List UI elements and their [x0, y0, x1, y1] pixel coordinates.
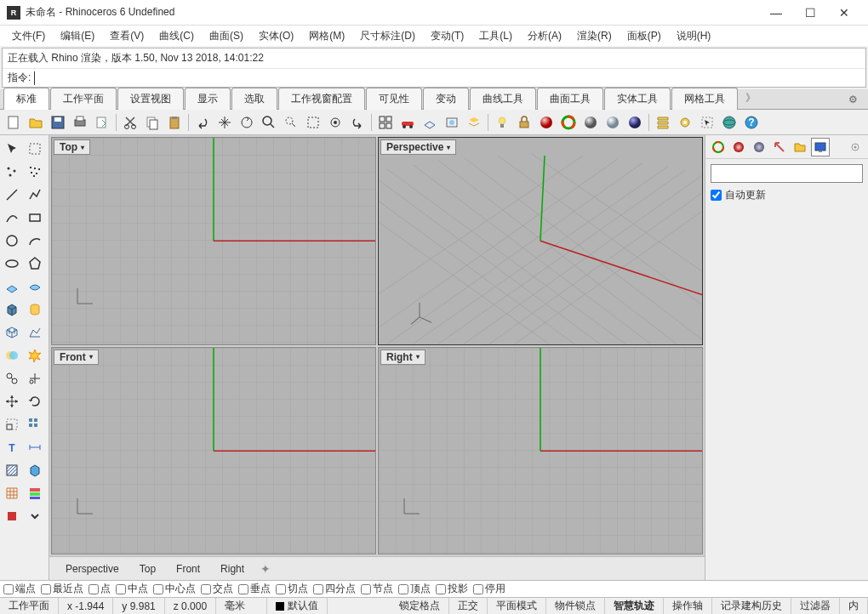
status-planar[interactable]: 平面模式	[488, 598, 546, 614]
menu-curve[interactable]: 曲线(C)	[152, 26, 201, 46]
viewport-right-label[interactable]: Right▾	[380, 350, 425, 365]
close-button[interactable]: ✕	[827, 1, 861, 25]
status-gumball[interactable]: 操作轴	[664, 598, 712, 614]
osnap-mid[interactable]: 中点	[116, 582, 148, 596]
tab-solidtools[interactable]: 实体工具	[604, 88, 671, 110]
render-sphere-blue-icon[interactable]	[625, 112, 645, 133]
osnap-center[interactable]: 中心点	[153, 582, 196, 596]
viewport-front-label[interactable]: Front▾	[54, 350, 99, 365]
menu-file[interactable]: 文件(F)	[5, 26, 52, 46]
hatch-icon[interactable]	[2, 460, 22, 480]
menu-panel[interactable]: 面板(P)	[620, 26, 668, 46]
status-filter[interactable]: 过滤器	[791, 598, 840, 614]
rotate-tool-icon[interactable]	[25, 391, 45, 412]
print-icon[interactable]	[70, 112, 90, 133]
viewport-front[interactable]: Front▾	[51, 347, 376, 555]
tab-display[interactable]: 显示	[185, 88, 231, 110]
rotate-icon[interactable]	[237, 112, 257, 133]
vptab-add-button[interactable]: ✦	[255, 560, 276, 578]
save-icon[interactable]	[48, 112, 68, 133]
rp-tab-environment-icon[interactable]	[750, 138, 768, 156]
tab-curvetools[interactable]: 曲线工具	[470, 88, 536, 110]
cut-icon[interactable]	[120, 112, 140, 133]
status-history[interactable]: 记录建构历史	[712, 598, 791, 614]
vptab-right[interactable]: Right	[211, 560, 254, 578]
menu-edit[interactable]: 编辑(E)	[54, 26, 101, 46]
stop-icon[interactable]	[2, 506, 22, 526]
cylinder-icon[interactable]	[25, 299, 45, 320]
rp-tab-display-icon[interactable]	[811, 138, 830, 156]
render-sphere-grey-icon[interactable]	[580, 112, 601, 133]
box-icon[interactable]	[2, 299, 22, 320]
rp-tab-material-icon[interactable]	[729, 138, 748, 156]
mesh-icon[interactable]	[2, 322, 22, 343]
cplane-icon[interactable]	[420, 112, 440, 133]
paste-icon[interactable]	[164, 112, 185, 133]
menu-render[interactable]: 渲染(R)	[570, 26, 619, 46]
block-icon[interactable]	[25, 460, 45, 480]
undo-icon[interactable]	[192, 112, 213, 133]
pointer-icon[interactable]	[2, 139, 22, 159]
render-sphere-red-icon[interactable]	[536, 112, 557, 133]
tabs-overflow[interactable]: 》	[739, 88, 762, 109]
osnap-tan[interactable]: 切点	[276, 582, 308, 596]
circle-icon[interactable]	[2, 230, 22, 251]
menu-solid[interactable]: 实体(O)	[252, 26, 300, 46]
layer-tool-icon[interactable]	[25, 483, 45, 503]
rp-tab-gear-icon[interactable]	[846, 138, 865, 156]
tab-transform[interactable]: 变动	[423, 88, 469, 110]
status-units[interactable]: 毫米	[216, 598, 267, 614]
select-icon[interactable]	[697, 112, 717, 133]
tab-select[interactable]: 选取	[231, 88, 277, 110]
ellipse-icon[interactable]	[2, 253, 22, 274]
join-icon[interactable]	[2, 368, 22, 389]
maximize-button[interactable]: ☐	[793, 1, 827, 25]
dimension-icon[interactable]	[25, 437, 45, 458]
menu-analyze[interactable]: 分析(A)	[521, 26, 568, 46]
status-osnap[interactable]: 物件锁点	[546, 598, 605, 614]
vptab-top[interactable]: Top	[130, 560, 165, 578]
light-icon[interactable]	[492, 112, 512, 133]
explode-icon[interactable]	[25, 345, 45, 366]
viewport-perspective-label[interactable]: Perspective▾	[380, 139, 456, 155]
menu-surface[interactable]: 曲面(S)	[203, 26, 250, 46]
options-gear-icon[interactable]	[675, 112, 695, 133]
auto-update-checkbox[interactable]: 自动更新	[711, 188, 863, 202]
status-ortho[interactable]: 正交	[449, 598, 488, 614]
auto-update-input[interactable]	[711, 190, 722, 201]
tab-surfacetools[interactable]: 曲面工具	[537, 88, 603, 110]
four-viewport-icon[interactable]	[375, 112, 396, 133]
zoom-extents-icon[interactable]	[281, 112, 301, 133]
arc-icon[interactable]	[25, 230, 45, 251]
trim-icon[interactable]	[25, 368, 45, 389]
zoom-window-icon[interactable]	[303, 112, 323, 133]
pan-icon[interactable]	[214, 112, 235, 133]
line-icon[interactable]	[2, 185, 22, 205]
scale-icon[interactable]	[2, 414, 22, 435]
render-ring-icon[interactable]	[558, 112, 579, 133]
right-panel-search[interactable]	[711, 164, 863, 183]
osnap-quad[interactable]: 四分点	[313, 582, 356, 596]
mesh-edit-icon[interactable]	[25, 322, 45, 343]
menu-view[interactable]: 查看(V)	[103, 26, 151, 46]
tab-viewport[interactable]: 工作视窗配置	[278, 88, 365, 110]
menu-transform[interactable]: 变动(T)	[424, 26, 471, 46]
status-gridsnap[interactable]: 锁定格点	[391, 598, 449, 614]
status-extra[interactable]: 内	[840, 598, 868, 614]
viewport-right[interactable]: Right▾	[378, 347, 703, 555]
polyline-icon[interactable]	[25, 185, 45, 205]
zoom-icon[interactable]	[259, 112, 279, 133]
lock-icon[interactable]	[514, 112, 534, 133]
osnap-point[interactable]: 点	[89, 582, 111, 596]
properties-icon[interactable]	[653, 112, 673, 133]
viewport-top-label[interactable]: Top▾	[54, 139, 90, 155]
osnap-end[interactable]: 端点	[3, 582, 36, 596]
status-cplane[interactable]: 工作平面	[0, 598, 59, 614]
osnap-int[interactable]: 交点	[201, 582, 233, 596]
lasso-icon[interactable]	[25, 139, 45, 159]
surface-edit-icon[interactable]	[25, 276, 45, 297]
import-icon[interactable]	[92, 112, 112, 133]
tab-visibility[interactable]: 可见性	[366, 88, 422, 110]
rectangle-icon[interactable]	[25, 208, 45, 228]
array-icon[interactable]	[25, 414, 45, 435]
